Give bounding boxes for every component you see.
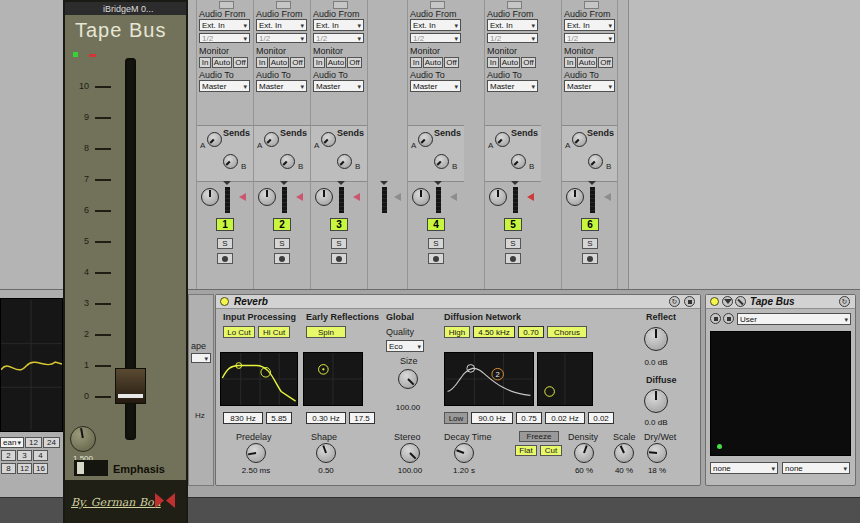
save-preset-icon[interactable] bbox=[723, 313, 734, 324]
send-b-knob[interactable] bbox=[280, 154, 295, 169]
plugin-window-titlebar[interactable]: iBridgeM 0... bbox=[65, 2, 186, 15]
early-reflections-display[interactable] bbox=[303, 352, 363, 406]
diffusion-low-button[interactable]: Low bbox=[444, 412, 468, 424]
monitor-auto-button[interactable]: Auto bbox=[577, 57, 597, 68]
monitor-auto-button[interactable]: Auto bbox=[212, 57, 232, 68]
clipped-mode-select[interactable]: ean bbox=[0, 437, 24, 448]
monitor-auto-button[interactable]: Auto bbox=[423, 57, 443, 68]
cut-button[interactable]: Cut bbox=[540, 445, 562, 456]
monitor-in-button[interactable]: In bbox=[256, 57, 268, 68]
fader-grip-icon[interactable] bbox=[434, 181, 442, 185]
send-a-knob[interactable] bbox=[264, 132, 279, 147]
stereo-knob[interactable] bbox=[400, 443, 420, 463]
input-channel-select[interactable]: 1/2 bbox=[313, 33, 364, 43]
arm-button[interactable] bbox=[274, 253, 290, 264]
solo-button[interactable]: S bbox=[274, 238, 290, 249]
quality-select[interactable]: Eco bbox=[386, 340, 424, 352]
monitor-in-button[interactable]: In bbox=[564, 57, 576, 68]
input-filter-display[interactable] bbox=[220, 352, 298, 406]
flat-button[interactable]: Flat bbox=[515, 445, 537, 456]
clip-slot[interactable] bbox=[219, 1, 234, 9]
solo-button[interactable]: S bbox=[331, 238, 347, 249]
clip-slot[interactable] bbox=[276, 1, 291, 9]
grid-button[interactable]: 4 bbox=[33, 450, 48, 461]
fader-handle[interactable] bbox=[115, 368, 146, 404]
input-type-select[interactable]: Ext. In bbox=[410, 19, 461, 31]
monitor-off-button[interactable]: Off bbox=[233, 57, 248, 68]
solo-button[interactable]: S bbox=[505, 238, 521, 249]
send-b-knob[interactable] bbox=[588, 154, 603, 169]
emphasis-toggle[interactable] bbox=[74, 460, 108, 476]
scale-knob[interactable] bbox=[614, 443, 634, 463]
pan-knob[interactable] bbox=[201, 188, 219, 206]
diffuse-knob[interactable] bbox=[644, 389, 668, 413]
arm-button[interactable] bbox=[505, 253, 521, 264]
monitor-off-button[interactable]: Off bbox=[444, 57, 459, 68]
clip-slot[interactable] bbox=[584, 1, 599, 9]
plugin-edit-icon[interactable] bbox=[735, 296, 746, 307]
output-select[interactable]: Master bbox=[199, 80, 250, 92]
pan-knob[interactable] bbox=[412, 188, 430, 206]
chorus-freq-value[interactable]: 0.02 Hz bbox=[545, 412, 585, 424]
save-preset-icon[interactable] bbox=[684, 296, 695, 307]
device-on-button[interactable] bbox=[710, 297, 719, 306]
chorus-display[interactable] bbox=[537, 352, 593, 406]
pan-knob[interactable] bbox=[258, 188, 276, 206]
grid-button[interactable]: 12 bbox=[17, 463, 32, 474]
send-b-knob[interactable] bbox=[434, 154, 449, 169]
diffusion-high-q-value[interactable]: 0.70 bbox=[518, 326, 544, 338]
monitor-off-button[interactable]: Off bbox=[290, 57, 305, 68]
send-a-knob[interactable] bbox=[572, 132, 587, 147]
input-type-select[interactable]: Ext. In bbox=[256, 19, 307, 31]
grid-button[interactable]: 8 bbox=[1, 463, 16, 474]
send-b-knob[interactable] bbox=[337, 154, 352, 169]
fader-grip-icon[interactable] bbox=[380, 181, 388, 185]
hi-cut-button[interactable]: Hi Cut bbox=[258, 326, 290, 338]
output-select[interactable]: Master bbox=[313, 80, 364, 92]
preset-select[interactable]: User bbox=[737, 313, 851, 325]
input-q-value[interactable]: 5.85 bbox=[266, 412, 292, 424]
input-channel-select[interactable]: 1/2 bbox=[487, 33, 538, 43]
input-type-select[interactable]: Ext. In bbox=[487, 19, 538, 31]
dry-wet-knob[interactable] bbox=[647, 443, 667, 463]
monitor-off-button[interactable]: Off bbox=[598, 57, 613, 68]
diffusion-high-freq-value[interactable]: 4.50 kHz bbox=[473, 326, 515, 338]
monitor-in-button[interactable]: In bbox=[410, 57, 422, 68]
input-channel-select[interactable]: 1/2 bbox=[564, 33, 615, 43]
monitor-off-button[interactable]: Off bbox=[521, 57, 536, 68]
grid-button[interactable]: 16 bbox=[33, 463, 48, 474]
input-channel-select[interactable]: 1/2 bbox=[199, 33, 250, 43]
arm-button[interactable] bbox=[331, 253, 347, 264]
reverb-titlebar[interactable]: Reverb ↻ bbox=[216, 295, 700, 309]
decay-knob[interactable] bbox=[454, 443, 474, 463]
monitor-auto-button[interactable]: Auto bbox=[500, 57, 520, 68]
fader-grip-icon[interactable] bbox=[588, 181, 596, 185]
input-freq-value[interactable]: 830 Hz bbox=[223, 412, 263, 424]
value-12-button[interactable]: 12 bbox=[25, 437, 42, 448]
solo-button[interactable]: S bbox=[217, 238, 233, 249]
pan-knob[interactable] bbox=[315, 188, 333, 206]
freeze-button[interactable]: Freeze bbox=[519, 431, 559, 442]
monitor-off-button[interactable]: Off bbox=[347, 57, 362, 68]
diffusion-filter-display[interactable]: 2 bbox=[444, 352, 534, 406]
diffusion-low-q-value[interactable]: 0.75 bbox=[516, 412, 542, 424]
monitor-in-button[interactable]: In bbox=[313, 57, 325, 68]
reflect-knob[interactable] bbox=[644, 327, 668, 351]
grid-button[interactable]: 2 bbox=[1, 450, 16, 461]
grid-button[interactable]: 3 bbox=[17, 450, 32, 461]
track-activator-button[interactable]: 3 bbox=[330, 218, 348, 231]
fader-grip-icon[interactable] bbox=[337, 181, 345, 185]
output-select[interactable]: Master bbox=[410, 80, 461, 92]
input-channel-select[interactable]: 1/2 bbox=[410, 33, 461, 43]
input-type-select[interactable]: Ext. In bbox=[313, 19, 364, 31]
spin-button[interactable]: Spin bbox=[306, 326, 346, 338]
track-activator-button[interactable]: 5 bbox=[504, 218, 522, 231]
gain-knob[interactable] bbox=[70, 426, 96, 452]
predelay-knob[interactable] bbox=[246, 443, 266, 463]
spin-freq-value[interactable]: 0.30 Hz bbox=[306, 412, 346, 424]
track-activator-button[interactable]: 4 bbox=[427, 218, 445, 231]
solo-button[interactable]: S bbox=[428, 238, 444, 249]
shape-knob[interactable] bbox=[316, 443, 336, 463]
track-activator-button[interactable]: 1 bbox=[216, 218, 234, 231]
size-knob[interactable] bbox=[398, 369, 418, 389]
